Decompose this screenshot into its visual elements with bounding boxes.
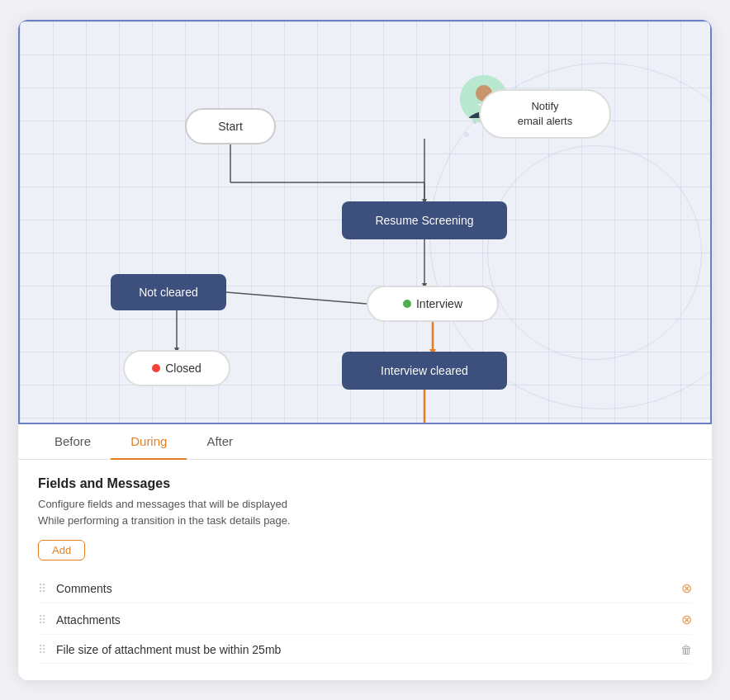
node-interview-label: Interview xyxy=(416,297,462,310)
field-name-comments: Comments xyxy=(56,582,681,595)
node-closed[interactable]: Closed xyxy=(123,350,230,386)
node-not-cleared[interactable]: Not cleared xyxy=(111,274,226,310)
interview-status-dot xyxy=(403,300,411,308)
tab-after[interactable]: After xyxy=(187,424,253,460)
tabs-container: Before During After xyxy=(18,424,712,460)
node-interview[interactable]: Interview xyxy=(367,286,499,322)
closed-status-dot xyxy=(152,364,160,372)
svg-line-7 xyxy=(226,292,367,304)
node-start-label: Start xyxy=(218,120,243,133)
node-notify-label: Notify email alerts xyxy=(518,99,572,129)
add-button[interactable]: Add xyxy=(38,540,85,560)
panel-content: Fields and Messages Configure fields and… xyxy=(18,460,712,680)
main-container: Start Notify email alerts Resume Screeni… xyxy=(18,20,712,680)
svg-point-22 xyxy=(464,132,469,137)
remove-attachments-button[interactable]: ⊗ xyxy=(681,612,692,627)
field-name-attachments: Attachments xyxy=(56,613,681,627)
node-resume-screening[interactable]: Resume Screening xyxy=(342,201,507,239)
canvas-area[interactable]: Start Notify email alerts Resume Screeni… xyxy=(18,20,712,424)
remove-comments-button[interactable]: ⊗ xyxy=(681,580,692,596)
delete-filesize-button[interactable]: 🗑 xyxy=(680,643,692,656)
node-start[interactable]: Start xyxy=(185,108,276,144)
node-interview-cleared-label: Interview cleared xyxy=(381,364,468,377)
drag-handle-attachments[interactable]: ⠿ xyxy=(38,613,46,627)
panel-title: Fields and Messages xyxy=(38,476,692,491)
circle-decoration-2 xyxy=(487,145,702,360)
field-item-filesize: ⠿ File size of attachment must be within… xyxy=(38,636,692,664)
tab-during[interactable]: During xyxy=(111,424,187,460)
field-item-comments: ⠿ Comments ⊗ xyxy=(38,574,692,603)
field-item-attachments: ⠿ Attachments ⊗ xyxy=(38,605,692,635)
drag-handle-filesize[interactable]: ⠿ xyxy=(38,643,46,656)
tab-before[interactable]: Before xyxy=(35,424,111,460)
field-name-filesize: File size of attachment must be within 2… xyxy=(56,643,680,656)
node-notify[interactable]: Notify email alerts xyxy=(479,89,611,139)
bottom-panel: Before During After Fields and Messages … xyxy=(18,424,712,680)
node-resume-label: Resume Screening xyxy=(375,214,473,227)
field-list: ⠿ Comments ⊗ ⠿ Attachments ⊗ ⠿ File size… xyxy=(38,574,692,664)
node-not-cleared-label: Not cleared xyxy=(139,286,198,299)
node-closed-label: Closed xyxy=(165,362,201,375)
panel-description: Configure fields and messages that will … xyxy=(38,496,692,528)
node-interview-cleared[interactable]: Interview cleared xyxy=(342,352,507,390)
drag-handle-comments[interactable]: ⠿ xyxy=(38,582,46,595)
